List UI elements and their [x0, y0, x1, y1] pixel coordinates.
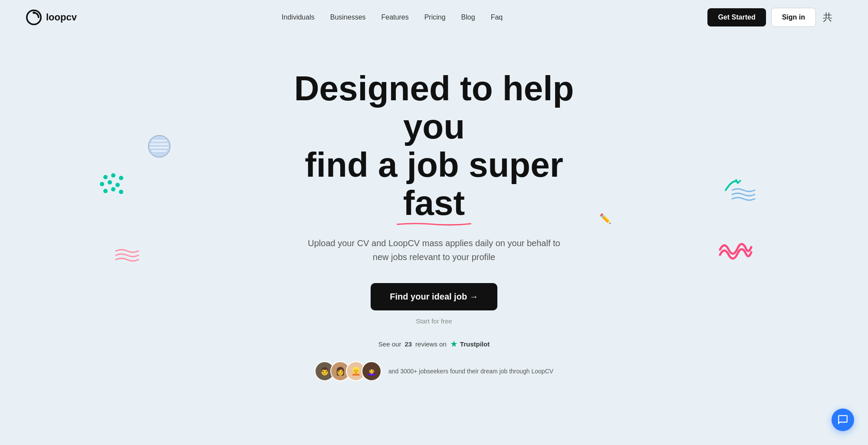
hero-subtitle: Upload your CV and LoopCV mass applies d… [304, 236, 564, 264]
deco-teal-arrow [721, 174, 742, 196]
navbar: loopcv Individuals Businesses Features P… [0, 0, 868, 35]
start-free-label: Start for free [416, 317, 452, 325]
nav-actions: Get Started Sign in 共 [707, 8, 842, 27]
svg-point-12 [108, 180, 112, 185]
svg-point-1 [33, 12, 35, 14]
deco-blue-circle [148, 135, 171, 160]
svg-point-9 [111, 173, 115, 178]
trustpilot-row: See our 23 reviews on ★ Trustpilot [378, 339, 490, 349]
sign-in-button[interactable]: Sign in [771, 8, 816, 27]
trustpilot-brand: Trustpilot [460, 340, 490, 348]
hero-section: Designed to help you find a job super fa… [0, 35, 868, 407]
deco-blue-waves-right [731, 187, 757, 206]
svg-point-13 [115, 183, 120, 187]
nav-link-individuals[interactable]: Individuals [282, 13, 315, 21]
svg-point-10 [119, 176, 123, 180]
get-started-button[interactable]: Get Started [707, 8, 766, 26]
pencil-icon: ✏️ [599, 214, 611, 224]
nav-link-pricing[interactable]: Pricing [424, 13, 446, 21]
nav-link-faq[interactable]: Faq [491, 13, 503, 21]
avatar-4: 👩‍🦱 [362, 361, 381, 381]
chat-icon [837, 414, 848, 425]
nav-link-blog[interactable]: Blog [461, 13, 475, 21]
svg-point-8 [103, 175, 108, 179]
language-icon[interactable]: 共 [823, 11, 842, 24]
logo[interactable]: loopcv [26, 10, 77, 25]
trustpilot-prefix: See our [378, 340, 401, 348]
trustpilot-logo[interactable]: ★ Trustpilot [450, 339, 490, 349]
hero-title-line1: Designed to help you [294, 69, 574, 146]
nav-link-features[interactable]: Features [381, 13, 409, 21]
svg-point-14 [103, 189, 108, 193]
svg-point-16 [119, 190, 123, 194]
hero-title-line2: find a job super fast ✏️ [269, 146, 599, 222]
cta-button[interactable]: Find your ideal job → [371, 283, 497, 310]
trustpilot-suffix: reviews on [415, 340, 447, 348]
hero-title: Designed to help you find a job super fa… [269, 69, 599, 222]
svg-point-2 [148, 135, 170, 157]
deco-teal-dots [98, 169, 128, 201]
deco-pink-waves-left [115, 247, 141, 267]
social-proof: 👨 👩 👱 👩‍🦱 and 3000+ jobseekers found the… [315, 361, 553, 381]
chat-bubble-button[interactable] [832, 409, 854, 431]
trustpilot-star: ★ [450, 339, 458, 349]
nav-links: Individuals Businesses Features Pricing … [282, 13, 503, 21]
svg-point-7 [148, 135, 170, 157]
svg-point-11 [100, 182, 104, 186]
logo-icon [26, 10, 42, 25]
social-proof-text: and 3000+ jobseekers found their dream j… [388, 367, 553, 376]
logo-text: loopcv [46, 12, 77, 23]
nav-link-businesses[interactable]: Businesses [330, 13, 366, 21]
trustpilot-count: 23 [404, 340, 412, 348]
deco-pink-scribble [718, 237, 753, 264]
svg-point-15 [111, 187, 115, 191]
avatar-group: 👨 👩 👱 👩‍🦱 [315, 361, 381, 381]
